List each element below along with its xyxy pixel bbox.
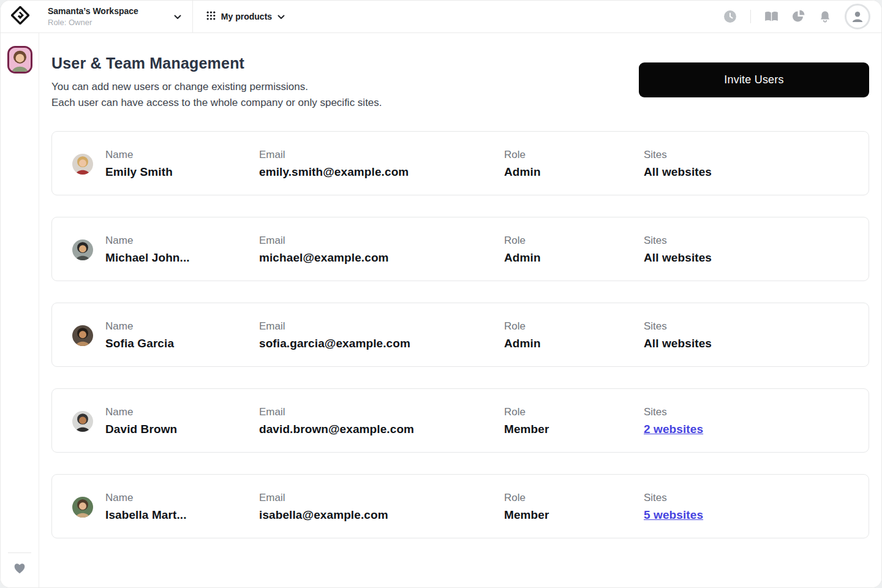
user-name-value: Isabella Mart... <box>105 508 187 522</box>
user-name-field: Name David Brown <box>105 406 177 436</box>
email-label: Email <box>259 235 389 247</box>
user-email-field: Email michael@example.com <box>259 235 389 265</box>
heart-icon[interactable] <box>13 562 26 577</box>
name-label: Name <box>105 149 173 161</box>
user-sites-field: Sites All websites <box>644 235 712 265</box>
user-email-field: Email emily.smith@example.com <box>259 149 409 179</box>
sites-label: Sites <box>644 235 712 247</box>
user-row: Name David Brown Email david.brown@examp… <box>51 388 869 453</box>
role-label: Role <box>504 492 549 504</box>
user-row: Name Michael John... Email michael@examp… <box>51 217 869 281</box>
user-role-value: Admin <box>504 251 541 265</box>
page-description-line1: You can add new users or change existing… <box>51 79 382 95</box>
user-sites-field: Sites All websites <box>644 320 712 350</box>
sidebar-divider <box>8 552 31 553</box>
user-email-value: emily.smith@example.com <box>259 165 409 179</box>
user-sites-field: Sites All websites <box>644 149 712 179</box>
user-avatar <box>72 239 93 260</box>
user-email-field: Email david.brown@example.com <box>259 406 414 436</box>
user-row: Name Emily Smith Email emily.smith@examp… <box>51 131 869 195</box>
products-label: My products <box>221 12 272 21</box>
user-role-field: Role Member <box>504 492 549 522</box>
user-name-field: Name Michael John... <box>105 235 190 265</box>
user-avatar <box>72 411 93 432</box>
workspace-selector[interactable]: Samanta’s Workspace Role: Owner <box>39 1 193 32</box>
user-sites-field: Sites 5 websites <box>644 492 703 522</box>
page-description: You can add new users or change existing… <box>51 79 382 111</box>
user-role-value: Member <box>504 423 549 436</box>
user-name-field: Name Isabella Mart... <box>105 492 187 522</box>
chevron-down-icon <box>174 11 181 22</box>
email-label: Email <box>259 406 414 418</box>
notifications-bell-icon[interactable] <box>819 10 831 23</box>
account-avatar-icon[interactable] <box>845 4 870 29</box>
products-menu[interactable]: My products <box>193 1 297 32</box>
apps-grid-icon <box>206 11 216 23</box>
user-email-value: isabella@example.com <box>259 508 388 522</box>
name-label: Name <box>105 235 190 247</box>
user-role-field: Role Admin <box>504 149 541 179</box>
user-email-field: Email sofia.garcia@example.com <box>259 320 410 350</box>
email-label: Email <box>259 492 388 504</box>
user-row: Name Isabella Mart... Email isabella@exa… <box>51 474 869 538</box>
topbar-divider <box>750 10 751 23</box>
name-label: Name <box>105 406 177 418</box>
user-role-field: Role Admin <box>504 235 541 265</box>
page-title: User & Team Management <box>51 55 382 72</box>
chevron-down-icon <box>277 11 285 22</box>
user-email-value: sofia.garcia@example.com <box>259 337 410 350</box>
invite-users-button[interactable]: Invite Users <box>639 62 869 97</box>
user-email-field: Email isabella@example.com <box>259 492 388 522</box>
topbar-icons <box>723 4 881 29</box>
user-email-value: michael@example.com <box>259 251 389 265</box>
main-content: User & Team Management You can add new u… <box>39 33 881 587</box>
sidebar-footer <box>1 552 39 587</box>
user-sites-value: All websites <box>644 165 712 179</box>
pie-chart-icon[interactable] <box>792 10 805 23</box>
workspace-name: Samanta’s Workspace <box>48 6 138 16</box>
sidebar-workspace-avatar[interactable] <box>7 46 32 74</box>
user-name-value: David Brown <box>105 423 177 436</box>
role-label: Role <box>504 149 541 161</box>
role-label: Role <box>504 320 541 333</box>
sidebar <box>1 33 39 587</box>
email-label: Email <box>259 320 410 333</box>
email-label: Email <box>259 149 409 161</box>
user-sites-value: All websites <box>644 337 712 350</box>
user-role-value: Admin <box>504 165 541 179</box>
docs-book-icon[interactable] <box>764 11 778 22</box>
page-description-line2: Each user can have access to the whole c… <box>51 95 382 111</box>
user-avatar <box>72 154 93 175</box>
workspace-role: Role: Owner <box>48 18 138 27</box>
user-avatar <box>72 497 93 518</box>
user-role-value: Member <box>504 508 549 522</box>
clock-icon[interactable] <box>723 10 737 23</box>
sites-label: Sites <box>644 492 703 504</box>
app-window: Samanta’s Workspace Role: Owner My produ… <box>0 0 882 588</box>
topbar: Samanta’s Workspace Role: Owner My produ… <box>1 1 881 33</box>
sites-label: Sites <box>644 406 703 418</box>
brand-diamond-icon <box>11 6 29 27</box>
name-label: Name <box>105 492 187 504</box>
user-sites-value: All websites <box>644 251 712 265</box>
page-header-text: User & Team Management You can add new u… <box>51 55 382 111</box>
role-label: Role <box>504 235 541 247</box>
user-name-field: Name Emily Smith <box>105 149 173 179</box>
user-name-field: Name Sofia Garcia <box>105 320 174 350</box>
user-email-value: david.brown@example.com <box>259 423 414 436</box>
user-sites-value[interactable]: 5 websites <box>644 508 703 522</box>
workspace-text: Samanta’s Workspace Role: Owner <box>48 6 138 27</box>
user-sites-field: Sites 2 websites <box>644 406 703 436</box>
name-label: Name <box>105 320 174 333</box>
sites-label: Sites <box>644 149 712 161</box>
user-sites-value[interactable]: 2 websites <box>644 423 703 436</box>
role-label: Role <box>504 406 549 418</box>
user-name-value: Emily Smith <box>105 165 173 179</box>
user-role-field: Role Member <box>504 406 549 436</box>
app-logo[interactable] <box>1 6 39 27</box>
user-rows: Name Emily Smith Email emily.smith@examp… <box>51 131 869 538</box>
user-row: Name Sofia Garcia Email sofia.garcia@exa… <box>51 303 869 367</box>
page-header: User & Team Management You can add new u… <box>51 55 869 111</box>
user-name-value: Michael John... <box>105 251 190 265</box>
sites-label: Sites <box>644 320 712 333</box>
